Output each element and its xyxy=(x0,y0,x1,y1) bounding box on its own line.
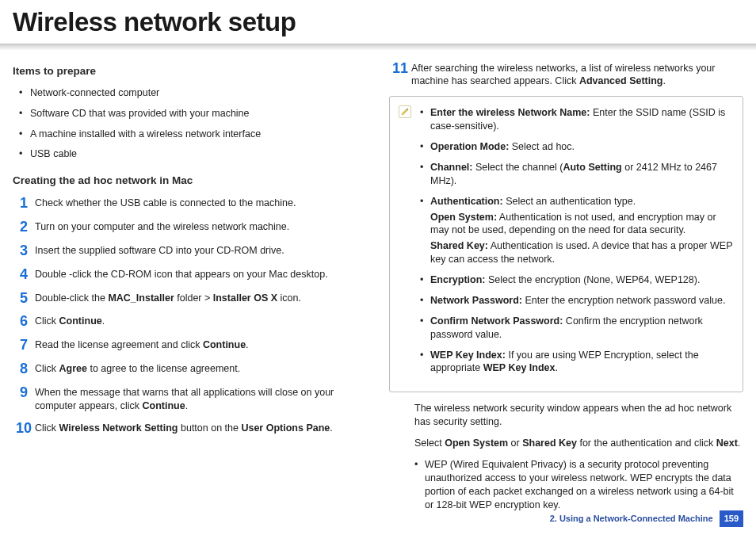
note-item: Authentication: Select an authentication… xyxy=(420,195,733,266)
step-number: 9 xyxy=(13,385,35,401)
note-item: Encryption: Select the encryption (None,… xyxy=(420,273,733,287)
step-number: 1 xyxy=(13,196,35,212)
page-number: 159 xyxy=(720,510,743,527)
creating-ad-hoc-heading: Creating the ad hoc network in Mac xyxy=(13,174,367,188)
step: 9When the message that warns that all ap… xyxy=(13,385,367,413)
step-number: 2 xyxy=(13,220,35,235)
footer-section-label: 2. Using a Network-Connected Machine xyxy=(550,513,713,525)
content-columns: Items to prepare Network-connected compu… xyxy=(0,61,756,518)
wep-description-item: WEP (Wired Equivalent Privacy) is a secu… xyxy=(414,458,743,512)
title-divider xyxy=(0,44,756,50)
select-auth-paragraph: Select Open System or Shared Key for the… xyxy=(414,437,743,450)
step: 7Read the license agreement and click Co… xyxy=(13,338,367,353)
step-text: Insert the supplied software CD into you… xyxy=(35,243,367,258)
note-item: Operation Mode: Select ad hoc. xyxy=(420,140,733,154)
step-number: 4 xyxy=(13,267,35,283)
note-pencil-icon xyxy=(398,105,412,119)
step-number: 11 xyxy=(389,61,411,77)
step-number: 10 xyxy=(13,421,35,437)
step-text: Click Agree to agree to the license agre… xyxy=(35,361,367,376)
note-item: Channel: Select the channel (Auto Settin… xyxy=(420,161,733,188)
prep-item: A machine installed with a wireless netw… xyxy=(30,128,367,141)
left-column: Items to prepare Network-connected compu… xyxy=(13,61,367,518)
step: 8Click Agree to agree to the license agr… xyxy=(13,361,367,377)
right-column: 11 After searching the wireless networks… xyxy=(389,61,743,518)
step: 2Turn on your computer and the wireless … xyxy=(13,220,367,235)
prep-item: Software CD that was provided with your … xyxy=(30,107,367,120)
step-number: 5 xyxy=(13,291,35,307)
step-text: Double -click the CD-ROM icon that appea… xyxy=(35,267,367,281)
step: 6Click Continue. xyxy=(13,314,367,330)
step-text: Check whether the USB cable is connected… xyxy=(35,196,367,210)
steps-list: 1Check whether the USB cable is connecte… xyxy=(13,196,367,436)
step-text: Turn on your computer and the wireless n… xyxy=(35,220,367,234)
step: 5Double-click the MAC_Installer folder >… xyxy=(13,291,367,307)
prep-item: Network-connected computer xyxy=(30,86,367,100)
step-text: Click Continue. xyxy=(35,314,367,328)
step: 4Double -click the CD-ROM icon that appe… xyxy=(13,267,367,283)
step-text: Read the license agreement and click Con… xyxy=(35,338,367,352)
prep-list: Network-connected computerSoftware CD th… xyxy=(13,86,367,162)
step-number: 8 xyxy=(13,361,35,377)
step: 3Insert the supplied software CD into yo… xyxy=(13,243,367,259)
step-text: After searching the wireless networks, a… xyxy=(411,61,743,89)
wep-description-list: WEP (Wired Equivalent Privacy) is a secu… xyxy=(389,458,743,512)
step-text: Double-click the MAC_Installer folder > … xyxy=(35,291,367,305)
note-item: Confirm Network Password: Confirm the en… xyxy=(420,315,733,342)
step-number: 6 xyxy=(13,314,35,330)
step-text: When the message that warns that all app… xyxy=(35,385,367,413)
step-number: 3 xyxy=(13,243,35,259)
note-item: Network Password: Enter the encryption n… xyxy=(420,294,733,308)
prep-item: USB cable xyxy=(30,147,367,161)
note-box: Enter the wireless Network Name: Enter t… xyxy=(389,96,743,392)
step: 1Check whether the USB cable is connecte… xyxy=(13,196,367,212)
page-footer: 2. Using a Network-Connected Machine 159 xyxy=(550,510,743,527)
note-item: WEP Key Index: If you are using WEP Encr… xyxy=(420,349,733,376)
security-window-paragraph: The wireless network security window app… xyxy=(414,402,743,429)
page-title: Wireless network setup xyxy=(0,0,756,44)
items-to-prepare-heading: Items to prepare xyxy=(13,64,367,78)
step: 10Click Wireless Network Setting button … xyxy=(13,421,367,437)
note-item: Enter the wireless Network Name: Enter t… xyxy=(420,106,733,133)
step-text: Click Wireless Network Setting button on… xyxy=(35,421,367,435)
note-list: Enter the wireless Network Name: Enter t… xyxy=(420,106,733,375)
step-11: 11 After searching the wireless networks… xyxy=(389,61,743,89)
step-number: 7 xyxy=(13,338,35,353)
